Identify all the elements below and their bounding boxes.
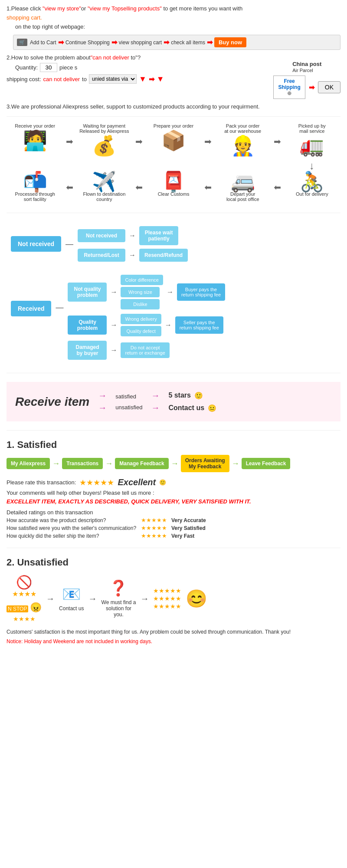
arrow2: ➡: [111, 38, 117, 46]
divider2: [7, 213, 340, 213]
fc-arrow1: →: [129, 232, 136, 240]
fc-arrow7: →: [110, 346, 117, 354]
down-arrow-icon: ▼: [139, 75, 147, 84]
arrow-5stars: →: [151, 391, 160, 401]
comments-text: Your comments will help other buyers! Pl…: [7, 490, 340, 496]
resend-refund-box: Resend/Refund: [139, 249, 188, 262]
receive-results-col: 5 stars 🙂 Contact us 😐: [168, 391, 216, 412]
seller-pays-box: Seller pays the return shipping fee: [175, 316, 223, 334]
damaged-box: Damaged by buyer: [68, 341, 107, 360]
step2-icon: 💰: [92, 136, 116, 155]
divider4: [7, 430, 340, 431]
shipping-row: shipping cost: can not deliver to unied …: [7, 74, 260, 84]
section2-left: Quantity: piece s shipping cost: can not…: [7, 61, 260, 84]
fc-arrow5: →: [110, 321, 117, 329]
fb-arrow1: →: [52, 459, 60, 468]
angry-face-icon: 😠: [30, 602, 42, 613]
step-continue-shopping[interactable]: Continue Shopping: [65, 39, 110, 46]
happy-emoji-unsat: 😊: [186, 589, 207, 609]
cart-icon: 🛒: [17, 39, 27, 46]
ok-button[interactable]: OK: [318, 81, 340, 93]
email-icon: 📧: [62, 585, 81, 603]
fb-step-transactions[interactable]: Transactions: [62, 458, 103, 469]
stars-display: ★★★★★: [79, 478, 114, 487]
process-row1: Receive your order 🧑‍💻 ➡ Waiting for pay…: [7, 123, 340, 155]
proc-arrow3: ➡: [204, 136, 212, 147]
detailed-title: Detailed ratings on this transaction: [7, 509, 340, 516]
step2-label: Waiting for paymentReleased by Aliexpres…: [79, 123, 129, 134]
step-add-to-cart[interactable]: Add to Cart: [30, 39, 56, 46]
fb-arrow4: →: [232, 459, 239, 468]
shopping-cart-link[interactable]: shopping cart.: [7, 14, 42, 21]
nr-branch2: Returned/Lost → Resend/Refund: [78, 249, 188, 262]
view-store-link[interactable]: "view my store": [43, 5, 81, 12]
smile-emoji1: 🙂: [194, 391, 203, 400]
result-stars-group: ★★★★★ ★★★★★ ★★★★★: [153, 587, 181, 610]
step7-icon: 🚐: [231, 172, 255, 191]
detailed-ratings: Detailed ratings on this transaction How…: [7, 509, 340, 539]
result-star-row2: ★★★★★: [153, 595, 181, 602]
process-row2: 🚴 Out for delivery ➡ 🚐 Depart yourlocal …: [7, 172, 340, 204]
proc-arrow7: ➡: [135, 183, 143, 193]
proc-arrow1: ➡: [66, 136, 73, 147]
section1: 1.Please click "view my store"or "view m…: [7, 4, 340, 50]
received-main-col: Received: [11, 275, 51, 316]
buy-now-button[interactable]: Buy now: [214, 37, 246, 47]
unsat-bottom-stars: ★★★★: [13, 615, 36, 622]
process-step-1: Receive your order 🧑‍💻: [9, 123, 61, 150]
shipping-country-select[interactable]: unied states via: [89, 74, 137, 84]
quality-problem-box: Quality problem: [68, 316, 107, 335]
receive-arrows2-col: → →: [151, 391, 160, 413]
unsat-step-stars: ★★★★★ ★★★★★ ★★★★★: [153, 587, 181, 610]
china-post-label: China post Air Parcel: [292, 61, 321, 73]
stop-angry-group: N STOP 😠: [7, 602, 42, 613]
rating-stars-1: ★★★★★: [141, 517, 167, 523]
not-quality-box: Not quality problem: [68, 283, 107, 302]
dislike-box: Dislike: [121, 299, 160, 309]
unsat-arrow2: →: [88, 594, 97, 604]
step7-label: Depart yourlocal post office: [226, 191, 259, 202]
received-block: Received — Not quality problem → Color d…: [11, 275, 336, 360]
fb-step-leave-feedback[interactable]: Leave Feedback: [242, 458, 291, 469]
step5-label: Picked up bymail service: [298, 123, 326, 134]
excellent-emoji: 🙂: [159, 479, 166, 486]
receive-labels-col: satisfied unsatisfied: [115, 393, 142, 411]
stop-label: N STOP: [7, 605, 28, 612]
fb-step-orders-awaiting[interactable]: Orders AwaitingMy Feedback: [181, 455, 229, 472]
step1-icon: 🧑‍💻: [23, 131, 47, 150]
fb-step-manage-feedback[interactable]: Manage Feedback: [115, 458, 168, 469]
step-check-all[interactable]: check all items: [171, 39, 205, 46]
fb-step-my-aliexpress[interactable]: My Aliexpress: [7, 458, 50, 469]
arrow-satisfied: →: [98, 391, 107, 401]
step9-label: Flown to destinationcountry: [83, 191, 125, 202]
step3-label: Prepare your order: [154, 123, 193, 128]
nq-outcome1: Color difference: [121, 275, 163, 285]
receive-item-section: Receive item → → satisfied unsatisfied →…: [7, 382, 340, 421]
arrow3: ➡: [164, 38, 169, 46]
topselling-link[interactable]: "view my Topselling products": [88, 5, 162, 12]
quantity-input[interactable]: [40, 63, 57, 72]
process-step-4: Pack your orderat our warehouse 👷: [217, 123, 269, 155]
fc-arrow6: →: [165, 321, 172, 329]
wait-patiently-box: Please wait patiently: [139, 226, 178, 245]
wrong-size-box: Wrong size: [121, 287, 160, 297]
step-view-cart[interactable]: view shopping cart: [119, 39, 162, 46]
rating-row: Please rate this transaction: ★★★★★ Exce…: [7, 477, 340, 487]
divider1: [7, 116, 340, 117]
step4-icon: 👷: [231, 136, 255, 155]
process-step-2: Waiting for paymentReleased by Aliexpres…: [78, 123, 130, 155]
rating-value-2: Very Satisfied: [171, 525, 206, 531]
receive-item-title: Receive item: [15, 395, 89, 409]
flowchart-section: Not received — Not received → Please wai…: [7, 222, 340, 364]
unsatisfied-title: 2. Unsatisfied: [7, 557, 340, 568]
contact-us-text: Contact us: [168, 404, 204, 412]
process-section: Receive your order 🧑‍💻 ➡ Waiting for pay…: [7, 123, 340, 204]
rating-stars-2: ★★★★★: [141, 525, 167, 531]
received-main-box: Received: [11, 301, 51, 316]
five-stars-text: 5 stars: [168, 391, 191, 399]
step10-label: Processed throughsort facility: [15, 191, 55, 202]
process-step-3: Prepare your order 📦: [147, 123, 200, 150]
qty-label: Quantity:: [15, 64, 38, 71]
step10-icon: 📬: [23, 172, 47, 191]
process-step-8: 📮 Clear Customs: [147, 172, 200, 199]
